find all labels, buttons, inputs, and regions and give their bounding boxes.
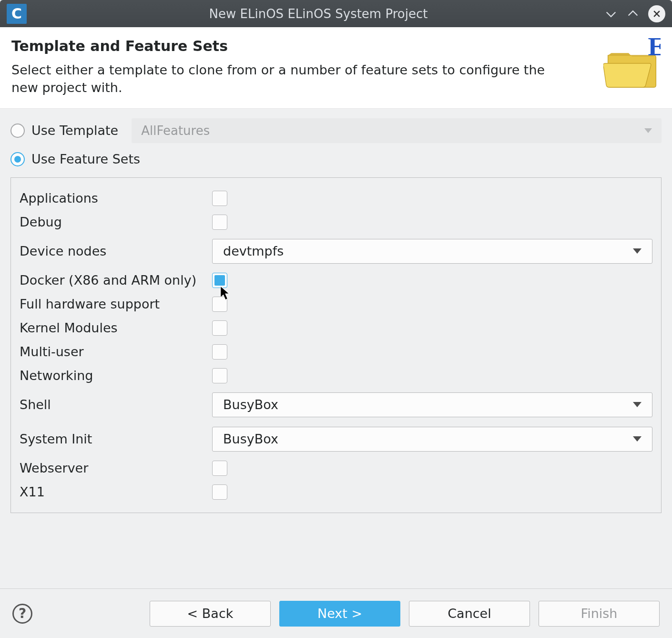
wizard-footer: ? < Back Next > Cancel Finish [0, 588, 672, 638]
chevron-down-icon [633, 248, 641, 254]
kernel-modules-checkbox[interactable] [212, 320, 227, 336]
folder-e-icon: E [603, 38, 661, 90]
template-combo-value: AllFeatures [141, 123, 210, 138]
docker-checkbox[interactable] [212, 273, 227, 288]
webserver-label: Webserver [20, 461, 212, 475]
x11-checkbox[interactable] [212, 484, 227, 500]
close-icon[interactable] [648, 5, 665, 22]
svg-text:E: E [648, 38, 661, 61]
debug-label: Debug [20, 215, 212, 229]
finish-button: Finish [539, 601, 660, 627]
applications-label: Applications [20, 191, 212, 206]
device-nodes-label: Device nodes [20, 244, 212, 258]
shell-value: BusyBox [223, 397, 278, 412]
device-nodes-combo[interactable]: devtmpfs [212, 239, 652, 264]
shell-label: Shell [20, 397, 212, 412]
maximize-icon[interactable] [626, 7, 640, 21]
x11-label: X11 [20, 484, 212, 499]
help-icon[interactable]: ? [12, 604, 32, 624]
networking-label: Networking [20, 368, 212, 383]
page-description: Select either a template to clone from o… [11, 61, 564, 97]
back-button[interactable]: < Back [150, 601, 271, 627]
networking-checkbox[interactable] [212, 368, 227, 383]
feature-sets-group: Applications Debug Device nodes devtmpfs… [10, 177, 662, 513]
page-title: Template and Feature Sets [11, 38, 600, 54]
full-hardware-support-checkbox[interactable] [212, 297, 227, 312]
system-init-label: System Init [20, 432, 212, 446]
docker-label: Docker (X86 and ARM only) [20, 273, 212, 288]
use-feature-sets-radio[interactable] [10, 152, 25, 166]
chevron-down-icon [633, 436, 641, 442]
system-init-value: BusyBox [223, 432, 278, 446]
wizard-banner: Template and Feature Sets Select either … [0, 27, 672, 109]
template-combo: AllFeatures [132, 118, 662, 143]
debug-checkbox[interactable] [212, 215, 227, 230]
window-title: New ELinOS ELinOS System Project [32, 7, 604, 21]
system-init-combo[interactable]: BusyBox [212, 427, 652, 452]
minimize-icon[interactable] [604, 7, 618, 21]
device-nodes-value: devtmpfs [223, 244, 284, 258]
cancel-button[interactable]: Cancel [409, 601, 530, 627]
next-button[interactable]: Next > [279, 601, 400, 627]
use-feature-sets-label: Use Feature Sets [31, 152, 140, 166]
chevron-down-icon [633, 402, 641, 407]
use-template-radio[interactable] [10, 123, 25, 138]
chevron-down-icon [644, 128, 652, 133]
multi-user-label: Multi-user [20, 344, 212, 359]
shell-combo[interactable]: BusyBox [212, 392, 652, 417]
full-hardware-support-label: Full hardware support [20, 297, 212, 311]
applications-checkbox[interactable] [212, 191, 227, 206]
app-icon: C [7, 4, 27, 24]
use-template-label: Use Template [31, 123, 118, 138]
multi-user-checkbox[interactable] [212, 344, 227, 360]
wizard-window: C New ELinOS ELinOS System Project Templ… [0, 0, 672, 638]
kernel-modules-label: Kernel Modules [20, 320, 212, 335]
titlebar: C New ELinOS ELinOS System Project [0, 0, 672, 27]
webserver-checkbox[interactable] [212, 461, 227, 476]
